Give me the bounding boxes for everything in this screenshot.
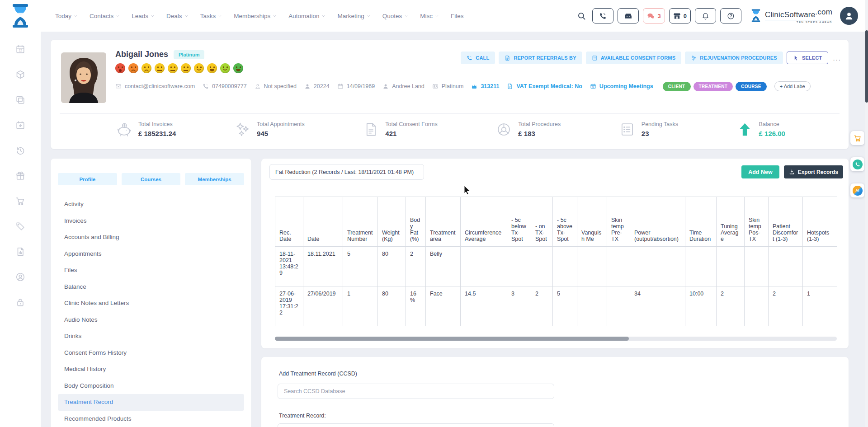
mood-smiley-icon[interactable] bbox=[128, 63, 138, 73]
table-row[interactable]: 27-06-2019 17:31:2227/06/2019 180 16%Fac… bbox=[275, 286, 837, 326]
profile-menu-item[interactable]: Files bbox=[58, 262, 244, 279]
id-card-icon bbox=[432, 83, 439, 89]
profile-menu-item[interactable]: Consent Forms History bbox=[58, 345, 244, 361]
patient-photo[interactable] bbox=[61, 52, 106, 103]
patient-phone[interactable]: 07490009777 bbox=[203, 83, 246, 89]
profile-menu-item[interactable]: Activity bbox=[58, 196, 244, 213]
profile-menu-item[interactable]: Appointments bbox=[58, 246, 244, 263]
copy-icon[interactable] bbox=[15, 95, 25, 105]
label-pill[interactable]: CLIENT bbox=[663, 82, 691, 91]
profile-tab[interactable]: Profile bbox=[58, 173, 117, 185]
mood-smiley-icon[interactable] bbox=[155, 63, 165, 73]
tag-icon[interactable] bbox=[15, 221, 25, 231]
brand-logo[interactable]: ClinicSoftware.com TEN STEPS AHEAD bbox=[750, 8, 832, 23]
table-horizontal-scrollbar[interactable] bbox=[275, 337, 837, 341]
inbox-button[interactable] bbox=[618, 8, 639, 23]
call-widget-button[interactable] bbox=[850, 157, 864, 171]
profile-menu-item[interactable]: Invoices bbox=[58, 213, 244, 230]
mood-smiley-icon[interactable] bbox=[207, 63, 217, 73]
profile-menu-item[interactable]: Clinic Notes and Letters bbox=[58, 295, 244, 312]
nav-item[interactable]: Deals bbox=[166, 13, 189, 19]
store-button[interactable]: 0 bbox=[669, 8, 691, 23]
profile-menu-item[interactable]: Medical History bbox=[58, 361, 244, 378]
mood-smiley-icon[interactable] bbox=[181, 63, 191, 73]
profile-side-panel: ProfileCoursesMemberships ActivityInvoic… bbox=[51, 159, 251, 427]
mood-smiley-icon[interactable] bbox=[194, 63, 204, 73]
nav-item[interactable]: Quotes bbox=[382, 13, 409, 19]
gift-icon[interactable] bbox=[15, 171, 25, 181]
stat-total-procedures: Total Procedures£ 183 bbox=[496, 121, 561, 137]
record-group-selector[interactable]: Fat Reduction (2 Records / Last: 18/11/2… bbox=[269, 164, 424, 180]
phone-icon bbox=[467, 55, 472, 61]
profile-menu-item[interactable]: Treatment Record bbox=[58, 394, 244, 411]
calendar-import-icon[interactable] bbox=[15, 120, 25, 130]
chevron-down-icon bbox=[273, 14, 277, 18]
label-pill[interactable]: COURSE bbox=[736, 82, 767, 91]
nav-item-label: Files bbox=[451, 13, 464, 19]
profile-menu-item[interactable]: Accounts and Billing bbox=[58, 229, 244, 246]
nav-item[interactable]: Marketing bbox=[337, 13, 370, 19]
profile-menu-item[interactable]: Audio Notes bbox=[58, 312, 244, 328]
cart-icon[interactable] bbox=[15, 196, 25, 206]
call-button[interactable]: CALL bbox=[461, 52, 495, 64]
mood-smiley-icon[interactable] bbox=[233, 63, 243, 73]
patient-membership: Platinum bbox=[432, 83, 464, 89]
user-avatar[interactable] bbox=[840, 7, 858, 25]
nav-item[interactable]: Automation bbox=[288, 13, 326, 19]
page-vertical-scrollbar[interactable] bbox=[865, 0, 868, 427]
nav-item[interactable]: Today bbox=[55, 13, 78, 19]
treatment-record-textarea[interactable] bbox=[278, 423, 554, 427]
calendar-date-icon[interactable] bbox=[15, 44, 25, 54]
scrollbar-thumb[interactable] bbox=[865, 30, 868, 103]
stat-total-consent-forms: Total Consent Forms421 bbox=[363, 121, 437, 137]
main-nav: Today Contacts Leads Deals Tasks bbox=[55, 13, 464, 19]
history-icon[interactable] bbox=[15, 145, 25, 155]
profile-tab[interactable]: Memberships bbox=[185, 173, 244, 185]
profile-menu-item[interactable]: Drinks bbox=[58, 328, 244, 345]
dialer-button[interactable] bbox=[592, 8, 613, 23]
profile-menu-item[interactable]: Balance bbox=[58, 279, 244, 296]
mood-smiley-icon[interactable] bbox=[115, 63, 125, 73]
nav-item[interactable]: Files bbox=[451, 13, 464, 19]
profile-menu-item[interactable]: Body Composition bbox=[58, 378, 244, 394]
lock-icon[interactable] bbox=[15, 297, 25, 307]
rejuvenation-procedures-button[interactable]: REJUVENATION PROCEDURES bbox=[685, 52, 783, 64]
profile-menu-item[interactable]: Recommended Products bbox=[58, 411, 244, 427]
ccsd-search-input[interactable] bbox=[278, 384, 554, 399]
label-pill[interactable]: TREATMENT bbox=[693, 82, 733, 91]
more-actions-button[interactable]: ... bbox=[833, 54, 841, 62]
report-referrals-button[interactable]: REPORT REFERRALS BY bbox=[499, 52, 582, 64]
upcoming-meetings-link[interactable]: Upcoming Meetings bbox=[590, 83, 653, 89]
vat-status[interactable]: VAT Exempt Medical: No bbox=[507, 83, 582, 89]
scrollbar-thumb[interactable] bbox=[275, 337, 629, 341]
nav-item[interactable]: Leads bbox=[132, 13, 155, 19]
ai-widget-button[interactable]: AI bbox=[850, 183, 864, 197]
mood-scale bbox=[115, 63, 243, 73]
notifications-button[interactable] bbox=[695, 8, 716, 23]
add-new-button[interactable]: Add New bbox=[741, 165, 779, 178]
cart-widget-button[interactable] bbox=[850, 131, 864, 145]
app-logo-hourglass-icon[interactable] bbox=[9, 3, 31, 29]
select-button[interactable]: SELECT bbox=[787, 52, 829, 64]
nav-item[interactable]: Tasks bbox=[200, 13, 222, 19]
nav-item[interactable]: Contacts bbox=[90, 13, 120, 19]
search-icon[interactable] bbox=[577, 12, 586, 20]
mood-smiley-icon[interactable] bbox=[220, 63, 230, 73]
help-button[interactable] bbox=[720, 8, 741, 23]
package-icon[interactable] bbox=[15, 70, 25, 80]
report-icon[interactable] bbox=[15, 247, 25, 257]
available-consent-forms-button[interactable]: AVAILABLE CONSENT FORMS bbox=[586, 52, 682, 64]
profile-tab[interactable]: Courses bbox=[122, 173, 181, 185]
loyalty-points[interactable]: 313211 bbox=[471, 83, 499, 89]
table-row[interactable]: 18-11-2021 13:48:2918.11.2021 580 2Belly bbox=[275, 247, 837, 286]
mood-smiley-icon[interactable] bbox=[142, 63, 151, 73]
mood-smiley-icon[interactable] bbox=[168, 63, 178, 73]
user-badge-icon[interactable] bbox=[15, 272, 25, 282]
top-navigation-bar: Today Contacts Leads Deals Tasks bbox=[41, 0, 868, 32]
nav-item[interactable]: Memberships bbox=[234, 13, 277, 19]
patient-email[interactable]: contact@clinicsoftware.com bbox=[115, 83, 195, 89]
export-records-button[interactable]: Export Records bbox=[784, 165, 843, 178]
nav-item[interactable]: Misc bbox=[420, 13, 439, 19]
chat-button[interactable]: 3 bbox=[643, 8, 665, 23]
add-label-button[interactable]: + Add Labe bbox=[774, 81, 811, 91]
